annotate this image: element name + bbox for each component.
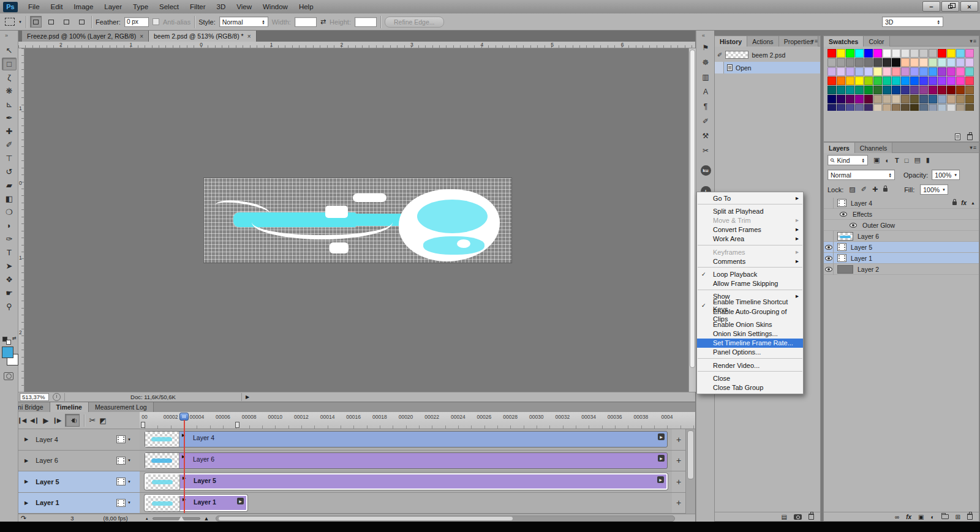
color-swatch[interactable] <box>846 104 854 111</box>
clip-end-icon[interactable]: ▶ <box>658 433 665 440</box>
color-swatch[interactable] <box>965 104 974 111</box>
disclosure-icon[interactable]: ▶ <box>24 458 28 463</box>
context-menu-item[interactable]: ✓ Split at Playhead ▶ <box>697 206 803 215</box>
color-swatch[interactable] <box>827 58 836 67</box>
work-area-end-handle[interactable] <box>235 422 239 428</box>
color-swatch[interactable] <box>947 58 956 67</box>
color-swatch[interactable] <box>892 67 900 76</box>
foreground-color-swatch[interactable] <box>2 347 13 358</box>
color-swatch[interactable] <box>892 95 900 103</box>
color-swatch[interactable] <box>947 77 956 85</box>
opacity-field[interactable]: 100%▼ <box>932 170 960 180</box>
transition-button[interactable]: ◩ <box>99 416 105 425</box>
lasso-tool[interactable]: ζ <box>2 71 17 84</box>
color-swatch[interactable] <box>901 58 910 67</box>
history-brush-source-icon[interactable]: ✐ <box>717 51 722 58</box>
clone-source-panel-icon[interactable]: ▥ <box>699 72 712 81</box>
menubar-item[interactable]: Edit <box>45 0 69 13</box>
disclosure-icon[interactable]: ▶ <box>24 479 28 484</box>
color-swatch[interactable] <box>892 49 900 58</box>
color-swatch[interactable] <box>956 58 965 67</box>
next-frame-button[interactable]: ❙▶ <box>52 417 61 424</box>
add-to-selection-button[interactable] <box>45 16 57 28</box>
color-swatch[interactable] <box>901 77 910 85</box>
color-swatch[interactable] <box>855 77 864 85</box>
context-menu-item[interactable]: ✓ Keyframes ▶ <box>697 247 803 257</box>
timeline-horizontal-scrollbar[interactable] <box>216 515 675 522</box>
color-swatch[interactable] <box>929 58 937 67</box>
lock-transparency-icon[interactable]: ▨ <box>849 185 855 193</box>
color-swatch[interactable] <box>837 49 845 58</box>
color-swatch[interactable] <box>873 104 882 111</box>
context-menu-item[interactable]: ✓ Enable Auto-Grouping of Clips ▶ <box>697 310 803 320</box>
tab-swatches[interactable]: Swatches <box>824 36 864 47</box>
color-swatch[interactable] <box>846 77 854 85</box>
menubar-item[interactable]: File <box>23 0 45 13</box>
workspace-select[interactable]: 3D▲▼ <box>882 17 943 27</box>
clip-end-icon[interactable]: ▶ <box>658 455 665 462</box>
color-swatch[interactable] <box>901 104 910 111</box>
color-swatch[interactable] <box>910 104 919 111</box>
context-menu-item[interactable]: ✓ ▶ <box>698 290 802 291</box>
color-swatch[interactable] <box>929 77 937 85</box>
color-swatch[interactable] <box>864 95 873 103</box>
fill-field[interactable]: 100%▼ <box>920 184 948 195</box>
tab-history[interactable]: History <box>715 36 747 47</box>
tab-color[interactable]: Color <box>864 36 889 47</box>
color-swatch[interactable] <box>919 49 928 58</box>
new-document-from-state-icon[interactable]: ▤ <box>782 514 787 520</box>
height-input[interactable] <box>355 17 377 27</box>
visibility-toggle[interactable] <box>848 220 858 231</box>
character-panel-icon[interactable]: A <box>699 87 712 96</box>
menubar-item[interactable]: View <box>231 0 257 13</box>
panel-menu-icon[interactable]: ▾≡ <box>970 144 977 151</box>
canvas-vertical-scrollbar[interactable] <box>688 48 696 392</box>
track-header-layer1[interactable]: ▶Layer 1▼ <box>0 493 140 514</box>
tab-channels[interactable]: Channels <box>855 143 892 153</box>
menubar-item[interactable]: Select <box>154 0 184 13</box>
crop-tool[interactable]: ⊾ <box>2 98 17 111</box>
track-header-layer4[interactable]: ▶Layer 4▼ <box>0 429 140 451</box>
slider-thumb[interactable] <box>178 516 184 521</box>
color-swatch[interactable] <box>929 95 937 103</box>
history-snapshot-row[interactable]: ✐ beem 2.psd <box>715 49 820 61</box>
context-menu-item[interactable]: ✓ Move & Trim ▶ <box>697 215 803 225</box>
clip-layer4[interactable]: ▶Layer 4▶ <box>145 431 668 448</box>
color-swatch[interactable] <box>864 58 873 67</box>
play-button[interactable]: ▶ <box>43 416 48 425</box>
color-swatch[interactable] <box>837 58 845 67</box>
doc-tab-freeze[interactable]: Freeze.psd @ 100% (Layer 2, RGB/8)× <box>22 31 149 42</box>
color-swatch[interactable] <box>938 95 946 103</box>
close-button[interactable]: × <box>960 1 978 12</box>
zoom-in-timeline-icon[interactable]: ▲ <box>204 515 209 522</box>
tab-timeline[interactable]: Timeline <box>50 402 89 412</box>
clip-end-icon[interactable]: ▶ <box>237 498 244 504</box>
kuler-panel-icon[interactable]: ku <box>701 165 711 176</box>
color-swatch[interactable] <box>938 49 946 58</box>
context-menu-item[interactable]: ✓ Panel Options... ▶ <box>697 348 803 357</box>
color-swatch[interactable] <box>938 77 946 85</box>
color-swatch[interactable] <box>846 67 854 76</box>
context-menu-item[interactable]: ✓ Set Timeline Frame Rate... ▶ <box>697 339 803 348</box>
color-swatch[interactable] <box>855 95 864 103</box>
hand-tool[interactable]: ☛ <box>2 287 17 299</box>
color-swatch[interactable] <box>965 58 974 67</box>
color-swatch[interactable] <box>919 58 928 67</box>
blend-mode-select[interactable]: Normal▲▼ <box>827 170 895 180</box>
filter-pixel-layers-icon[interactable]: ▣ <box>873 156 880 164</box>
color-swatch[interactable] <box>947 67 956 76</box>
color-swatch[interactable] <box>901 67 910 76</box>
status-flyout-icon[interactable]: ▶ <box>246 394 249 400</box>
custom-shape-tool[interactable]: ❖ <box>2 273 17 286</box>
context-menu-item[interactable]: ✓ Work Area ▶ <box>697 234 803 244</box>
color-swatch[interactable] <box>873 77 882 85</box>
color-swatch[interactable] <box>864 77 873 85</box>
color-swatch[interactable] <box>827 77 836 85</box>
color-swatch[interactable] <box>910 58 919 67</box>
width-input[interactable] <box>295 17 317 27</box>
history-brush-tool[interactable]: ↺ <box>2 165 17 178</box>
menubar-item[interactable]: Layer <box>99 0 127 13</box>
color-swatch[interactable] <box>837 67 845 76</box>
menubar-item[interactable]: Filter <box>184 0 211 13</box>
add-media-button[interactable]: + <box>672 471 685 493</box>
